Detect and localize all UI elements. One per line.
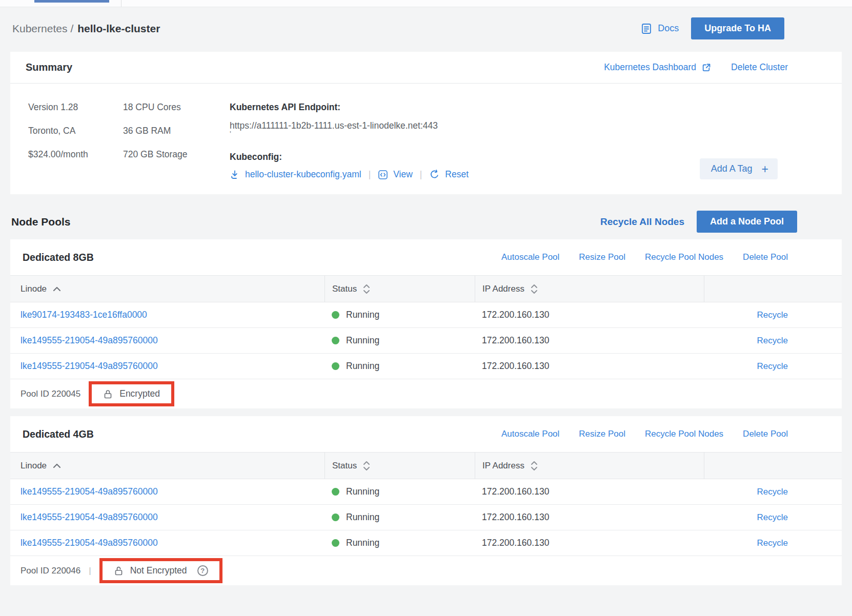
summary-title: Summary	[26, 61, 72, 73]
api-endpoint-url: https://a111111-1b2b-1111.us-est-1-linod…	[230, 120, 842, 131]
resize-pool-link[interactable]: Resize Pool	[579, 252, 625, 262]
sort-icon	[531, 283, 538, 295]
summary-card: Summary Kubernetes Dashboard Delete Clus…	[10, 52, 842, 194]
kubeconfig-view-link[interactable]: View	[378, 169, 413, 180]
delete-pool-link[interactable]: Delete Pool	[743, 429, 788, 439]
status-column-label: Status	[332, 461, 357, 471]
sort-icon	[363, 283, 370, 295]
column-header-status[interactable]: Status	[324, 453, 475, 479]
pool-header: Dedicated 4GB Autoscale Pool Resize Pool…	[10, 416, 842, 452]
ip-cell: 172.200.160.130	[475, 335, 704, 346]
status-cell: Running	[324, 310, 475, 320]
status-label: Running	[346, 486, 379, 497]
delete-cluster-link[interactable]: Delete Cluster	[731, 62, 788, 73]
recycle-node-link[interactable]: Recycle	[757, 487, 788, 497]
code-view-icon	[378, 170, 388, 180]
recycle-node-link[interactable]: Recycle	[757, 310, 788, 320]
recycle-pool-nodes-link[interactable]: Recycle Pool Nodes	[645, 429, 723, 439]
unlock-icon	[114, 566, 124, 576]
summary-specs-col2: 18 CPU Cores 36 GB RAM 720 GB Storage	[123, 102, 230, 194]
table-header: Linode Status IP Address	[10, 275, 842, 302]
node-pools-header: Node Pools Recycle All Nodes Add a Node …	[11, 211, 842, 233]
delete-pool-link[interactable]: Delete Pool	[743, 252, 788, 262]
recycle-node-link[interactable]: Recycle	[757, 361, 788, 372]
node-pools-actions: Recycle All Nodes Add a Node Pool	[600, 211, 797, 233]
ip-cell: 172.200.160.130	[475, 512, 704, 523]
linode-column-label: Linode	[21, 461, 47, 471]
ip-cell: 172.200.160.130	[475, 486, 704, 497]
cluster-storage: 720 GB Storage	[123, 149, 230, 160]
node-link[interactable]: lke149555-219054-49a895760000	[21, 361, 158, 371]
column-header-actions	[704, 453, 842, 479]
page-header: Kubernetes/hello-lke-cluster Docs Upgrad…	[0, 7, 852, 52]
separator: |	[420, 169, 422, 180]
node-link[interactable]: lke149555-219054-49a895760000	[21, 486, 158, 497]
sort-ascending-icon	[53, 463, 61, 468]
status-dot-running	[332, 539, 339, 547]
status-cell: Running	[324, 538, 475, 548]
kubernetes-dashboard-link[interactable]: Kubernetes Dashboard	[604, 62, 712, 73]
summary-header-links: Kubernetes Dashboard Delete Cluster	[604, 62, 788, 73]
node-link[interactable]: lke149555-219054-49a895760000	[21, 538, 158, 548]
node-link[interactable]: lke149555-219054-49a895760000	[21, 335, 158, 345]
endpoint-column: Kubernetes API Endpoint: https://a111111…	[230, 102, 842, 194]
recycle-node-link[interactable]: Recycle	[757, 538, 788, 548]
breadcrumb-kubernetes[interactable]: Kubernetes	[12, 23, 67, 34]
column-header-ip[interactable]: IP Address	[475, 453, 704, 479]
pool-id: Pool ID 220045	[21, 389, 80, 399]
node-link[interactable]: lke90174-193483-1ce16ffa0000	[21, 310, 147, 320]
column-header-linode[interactable]: Linode	[10, 453, 324, 479]
recycle-all-nodes-link[interactable]: Recycle All Nodes	[600, 216, 684, 228]
resize-pool-link[interactable]: Resize Pool	[579, 429, 625, 439]
pool-card-dedicated-8gb: Dedicated 8GB Autoscale Pool Resize Pool…	[10, 239, 842, 408]
recycle-node-link[interactable]: Recycle	[757, 336, 788, 346]
annotation-highlight: Not Encrypted ?	[99, 558, 222, 583]
table-header: Linode Status IP Address	[10, 452, 842, 479]
external-link-icon	[701, 63, 712, 73]
column-header-status[interactable]: Status	[324, 276, 475, 302]
status-label: Running	[346, 538, 379, 548]
ip-cell: 172.200.160.130	[475, 361, 704, 372]
header-actions: Docs Upgrade To HA	[640, 17, 784, 39]
add-node-pool-button[interactable]: Add a Node Pool	[697, 211, 797, 233]
status-dot-running	[332, 362, 339, 370]
reset-icon	[429, 169, 440, 180]
status-dot-running	[332, 311, 339, 319]
plus-icon: +	[762, 165, 768, 174]
status-dot-running	[332, 488, 339, 496]
download-icon	[230, 170, 240, 180]
tab-divider	[121, 0, 121, 7]
annotation-highlight: Encrypted	[89, 381, 174, 406]
node-link[interactable]: lke149555-219054-49a895760000	[21, 512, 158, 522]
kubeconfig-download-link[interactable]: hello-cluster-kubeconfig.yaml	[230, 169, 361, 180]
linode-column-label: Linode	[21, 284, 47, 294]
dashboard-label: Kubernetes Dashboard	[604, 62, 696, 73]
summary-specs-col1: Version 1.28 Toronto, CA $324.00/month	[28, 102, 123, 194]
pool-id: Pool ID 220046	[21, 566, 80, 576]
column-header-ip[interactable]: IP Address	[475, 276, 704, 302]
status-dot-running	[332, 337, 339, 344]
summary-body: Version 1.28 Toronto, CA $324.00/month 1…	[10, 84, 842, 194]
status-cell: Running	[324, 335, 475, 346]
autoscale-pool-link[interactable]: Autoscale Pool	[501, 429, 559, 439]
table-row: lke149555-219054-49a895760000 Running 17…	[10, 530, 842, 556]
cluster-price: $324.00/month	[28, 149, 123, 160]
status-cell: Running	[324, 512, 475, 523]
recycle-pool-nodes-link[interactable]: Recycle Pool Nodes	[645, 252, 723, 262]
view-label: View	[393, 169, 413, 180]
table-row: lke149555-219054-49a895760000 Running 17…	[10, 505, 842, 530]
cluster-cpu: 18 CPU Cores	[123, 102, 230, 113]
pool-actions: Autoscale Pool Resize Pool Recycle Pool …	[501, 429, 788, 439]
sort-icon	[531, 460, 538, 471]
kubeconfig-reset-link[interactable]: Reset	[429, 169, 469, 180]
ip-cell: 172.200.160.130	[475, 538, 704, 548]
docs-link[interactable]: Docs	[640, 23, 679, 35]
active-tab-indicator	[34, 0, 109, 3]
column-header-linode[interactable]: Linode	[10, 276, 324, 302]
upgrade-to-ha-button[interactable]: Upgrade To HA	[691, 17, 784, 39]
autoscale-pool-link[interactable]: Autoscale Pool	[501, 252, 559, 262]
help-icon[interactable]: ?	[197, 565, 208, 576]
add-tag-button[interactable]: Add A Tag +	[700, 158, 778, 179]
recycle-node-link[interactable]: Recycle	[757, 512, 788, 523]
encryption-status-label: Encrypted	[119, 388, 160, 399]
